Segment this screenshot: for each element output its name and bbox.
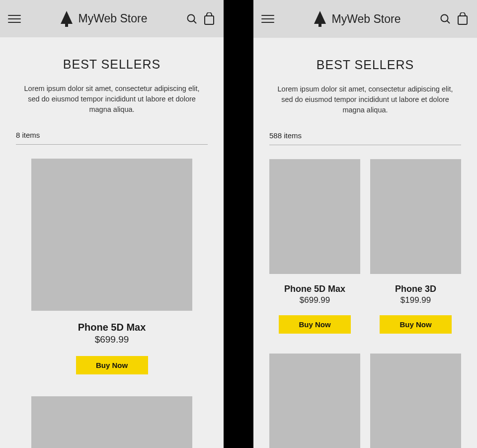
product-image-placeholder [269, 159, 360, 274]
store-title: MyWeb Store [332, 12, 401, 26]
product-image-placeholder [269, 354, 360, 448]
item-count: 588 items [269, 131, 461, 145]
brand[interactable]: MyWeb Store [60, 11, 148, 27]
store-view-two-column: MyWeb Store BEST SELLERS Lorem ipsum dol… [253, 0, 477, 448]
search-icon[interactable] [439, 13, 451, 25]
svg-line-1 [194, 20, 197, 23]
menu-icon[interactable] [261, 13, 274, 25]
brand[interactable]: MyWeb Store [313, 11, 401, 27]
svg-rect-2 [205, 16, 214, 24]
svg-line-4 [447, 21, 450, 24]
tree-logo-icon [313, 11, 327, 27]
product-image-placeholder [31, 159, 192, 311]
section-title: BEST SELLERS [16, 57, 208, 72]
product-image-placeholder [31, 396, 192, 448]
svg-point-0 [188, 14, 195, 21]
svg-rect-5 [458, 16, 467, 24]
header-actions [439, 12, 468, 25]
product-card[interactable]: Phone 5D Max $699.99 Buy Now [31, 159, 192, 374]
buy-now-button[interactable]: Buy Now [279, 315, 351, 334]
store-view-single-column: MyWeb Store BEST SELLERS Lorem ipsum dol… [0, 0, 224, 448]
header: MyWeb Store [0, 0, 224, 37]
section-description: Lorem ipsum dolor sit amet, consectetur … [16, 84, 208, 115]
header: MyWeb Store [253, 0, 477, 38]
menu-icon[interactable] [8, 13, 21, 25]
cart-icon[interactable] [204, 12, 215, 25]
product-card[interactable]: Phone 3D $199.99 Buy Now [370, 159, 461, 334]
product-price: $699.99 [300, 295, 330, 305]
item-count: 8 items [16, 131, 208, 145]
section-title: BEST SELLERS [269, 58, 461, 72]
search-icon[interactable] [186, 13, 198, 25]
product-price: $699.99 [95, 334, 129, 345]
product-card[interactable]: Phone 5D Max $699.99 Buy Now [269, 159, 360, 334]
tree-logo-icon [60, 11, 74, 27]
product-grid: Phone 5D Max $699.99 Buy Now Phone 3D $1… [269, 159, 461, 448]
buy-now-button[interactable]: Buy Now [76, 356, 148, 374]
buy-now-button[interactable]: Buy Now [380, 315, 452, 334]
product-name: Phone 3D [395, 284, 436, 294]
product-image-placeholder [370, 354, 461, 448]
svg-point-3 [441, 15, 448, 22]
product-list: Phone 5D Max $699.99 Buy Now [16, 159, 208, 448]
product-price: $199.99 [400, 295, 431, 305]
product-name: Phone 5D Max [284, 284, 345, 294]
cart-icon[interactable] [457, 12, 468, 25]
header-actions [186, 12, 215, 25]
product-name: Phone 5D Max [78, 322, 146, 333]
content: BEST SELLERS Lorem ipsum dolor sit amet,… [0, 37, 224, 448]
section-description: Lorem ipsum dolor sit amet, consectetur … [269, 84, 461, 115]
product-image-placeholder [370, 159, 461, 274]
content: BEST SELLERS Lorem ipsum dolor sit amet,… [253, 38, 477, 448]
store-title: MyWeb Store [79, 12, 148, 25]
